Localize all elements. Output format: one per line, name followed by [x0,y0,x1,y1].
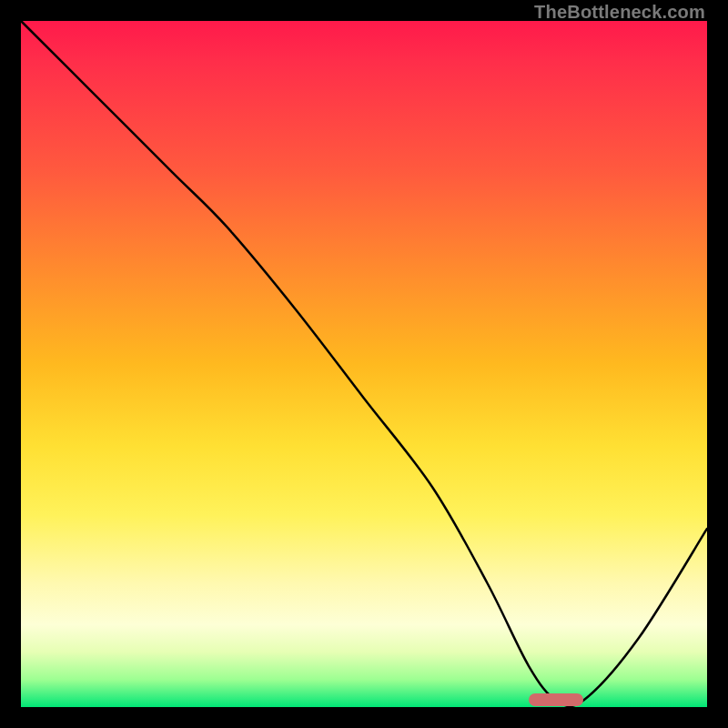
chart-frame: TheBottleneck.com [0,0,728,728]
optimum-marker [529,693,583,706]
attribution-text: TheBottleneck.com [534,2,705,23]
plot-area [21,21,707,707]
bottleneck-curve [21,21,707,707]
